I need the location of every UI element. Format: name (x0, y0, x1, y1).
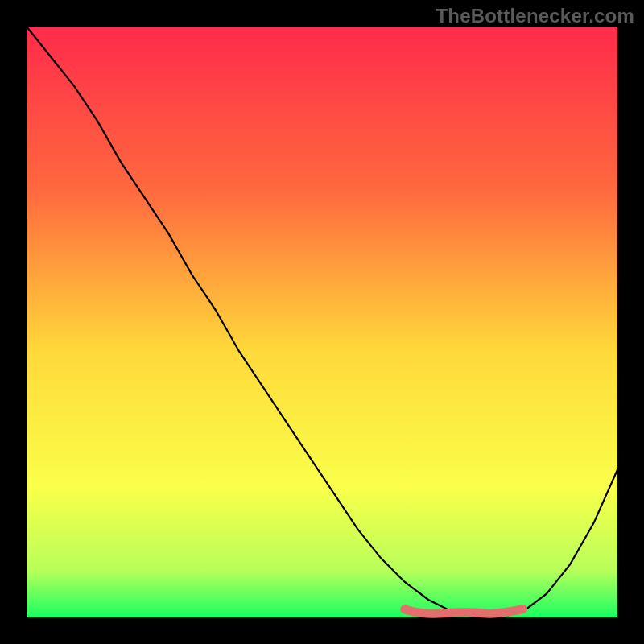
flat-band (405, 609, 523, 613)
chart-container: TheBottlenecker.com (0, 0, 644, 644)
watermark-text: TheBottlenecker.com (436, 5, 634, 27)
chart-svg (0, 0, 644, 644)
plot-background (27, 27, 617, 617)
